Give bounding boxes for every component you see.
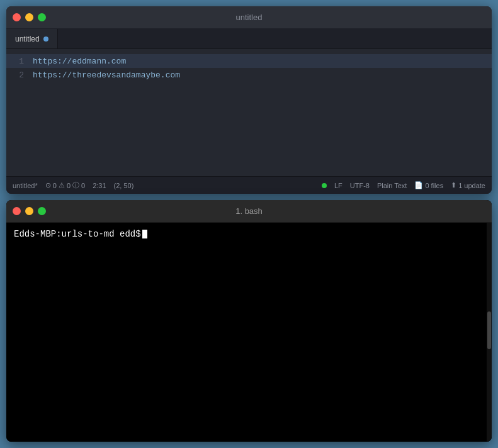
terminal-titlebar: 1. bash bbox=[6, 200, 492, 223]
tab-label: untitled bbox=[15, 35, 40, 43]
status-time: 2:31 bbox=[93, 182, 106, 189]
files-icon: 📄 bbox=[414, 181, 423, 189]
status-charset: UTF-8 bbox=[350, 182, 370, 189]
editor-title: untitled bbox=[236, 13, 263, 22]
terminal-scrollbar-thumb[interactable] bbox=[487, 311, 491, 349]
status-files: 📄 0 files bbox=[414, 181, 443, 189]
editor-titlebar: untitled bbox=[6, 6, 492, 29]
status-errors: ⊙ 0 ⚠ 0 ⓘ 0 bbox=[45, 181, 85, 190]
window-controls bbox=[13, 13, 46, 21]
status-dot bbox=[322, 183, 327, 188]
terminal-minimize-button[interactable] bbox=[25, 207, 33, 215]
terminal-title: 1. bash bbox=[235, 206, 263, 216]
terminal-cursor bbox=[142, 230, 147, 238]
line-content-1: https://eddmann.com bbox=[33, 57, 126, 66]
status-bar: untitled* ⊙ 0 ⚠ 0 ⓘ 0 2:31 (2, 50) LF UT… bbox=[6, 176, 492, 194]
status-filename: untitled* bbox=[13, 182, 38, 189]
line-number-2: 2 bbox=[6, 70, 33, 80]
status-position: (2, 50) bbox=[114, 182, 134, 189]
close-button[interactable] bbox=[13, 13, 21, 21]
terminal-close-button[interactable] bbox=[13, 207, 21, 215]
editor-area[interactable]: 1 https://eddmann.com 2 https://threedev… bbox=[6, 49, 492, 176]
warning-icon: ⚠ bbox=[59, 181, 65, 189]
update-icon: ⬆ bbox=[451, 181, 456, 189]
editor-window: untitled untitled 1 https://eddmann.com … bbox=[6, 6, 492, 194]
minimize-button[interactable] bbox=[25, 13, 33, 21]
terminal-area[interactable]: Edds-MBP:urls-to-md edd$ bbox=[6, 223, 492, 442]
status-update: ⬆ 1 update bbox=[451, 181, 485, 189]
circle-icon: ⊙ bbox=[45, 181, 51, 189]
line-content-2: https://threedevsandamaybe.com bbox=[33, 70, 180, 80]
terminal-prompt-line: Edds-MBP:urls-to-md edd$ bbox=[14, 229, 484, 239]
tab-bar: untitled bbox=[6, 29, 492, 49]
tab-modified-indicator bbox=[43, 36, 48, 42]
line-number-1: 1 bbox=[6, 57, 33, 66]
status-encoding: LF bbox=[334, 182, 342, 189]
info-icon: ⓘ bbox=[72, 181, 79, 190]
status-syntax[interactable]: Plain Text bbox=[377, 182, 407, 189]
editor-line-2: 2 https://threedevsandamaybe.com bbox=[6, 68, 492, 82]
terminal-window: 1. bash Edds-MBP:urls-to-md edd$ bbox=[6, 200, 492, 442]
editor-tab[interactable]: untitled bbox=[6, 29, 58, 48]
terminal-scrollbar[interactable] bbox=[487, 223, 492, 442]
terminal-window-controls bbox=[13, 207, 46, 215]
editor-line-1: 1 https://eddmann.com bbox=[6, 54, 492, 68]
terminal-maximize-button[interactable] bbox=[38, 207, 46, 215]
terminal-prompt: Edds-MBP:urls-to-md edd$ bbox=[14, 229, 141, 239]
maximize-button[interactable] bbox=[38, 13, 46, 21]
